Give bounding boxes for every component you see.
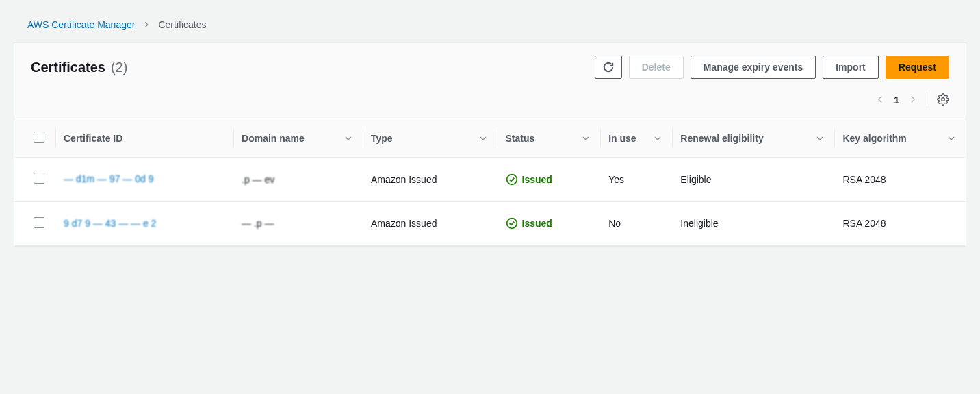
- status-badge: Issued: [506, 217, 593, 230]
- panel-header: Certificates (2) Delete Manage expiry ev…: [14, 43, 966, 87]
- page-number: 1: [894, 95, 899, 106]
- col-domain-name-label: Domain name: [242, 133, 305, 144]
- certificates-table: Certificate ID Domain name Type Status: [14, 119, 966, 245]
- key-algo-cell: RSA 2048: [834, 201, 966, 245]
- status-text: Issued: [522, 218, 552, 229]
- svg-point-0: [942, 97, 945, 101]
- manage-expiry-button[interactable]: Manage expiry events: [691, 56, 816, 79]
- select-all-header: [14, 119, 55, 158]
- renewal-cell: Eligible: [672, 158, 834, 202]
- renewal-cell: Ineligible: [672, 201, 834, 245]
- sort-icon: [654, 133, 661, 144]
- sort-icon: [345, 133, 352, 144]
- in-use-cell: Yes: [600, 158, 672, 202]
- col-in-use-label: In use: [608, 133, 636, 144]
- chevron-right-icon: [143, 19, 150, 30]
- select-all-checkbox[interactable]: [34, 132, 44, 143]
- action-bar: Delete Manage expiry events Import Reque…: [595, 56, 949, 79]
- col-renewal[interactable]: Renewal eligibility: [672, 119, 834, 158]
- page-title: Certificates: [31, 60, 105, 75]
- check-circle-icon: [506, 217, 518, 230]
- col-type-label: Type: [371, 133, 393, 144]
- col-status-label: Status: [506, 133, 535, 144]
- col-renewal-label: Renewal eligibility: [680, 133, 763, 144]
- delete-button[interactable]: Delete: [629, 56, 684, 79]
- col-key-algo[interactable]: Key algorithm: [834, 119, 966, 158]
- type-cell: Amazon Issued: [363, 201, 498, 245]
- check-circle-icon: [506, 173, 518, 186]
- breadcrumb: AWS Certificate Manager Certificates: [14, 14, 966, 42]
- certificate-id-link[interactable]: 9 d7 9 — 43 — — e 2: [64, 217, 173, 231]
- status-badge: Issued: [506, 173, 593, 186]
- certificates-panel: Certificates (2) Delete Manage expiry ev…: [14, 42, 966, 246]
- breadcrumb-root-link[interactable]: AWS Certificate Manager: [27, 19, 135, 30]
- col-type[interactable]: Type: [363, 119, 498, 158]
- table-row: — d1m — 97 — 0d 9 .p — ev Amazon Issued …: [14, 158, 966, 202]
- sort-icon: [816, 133, 823, 144]
- sort-icon: [948, 133, 955, 144]
- prev-page-button[interactable]: [876, 94, 884, 106]
- sort-icon: [582, 133, 589, 144]
- type-cell: Amazon Issued: [363, 158, 498, 202]
- in-use-cell: No: [600, 201, 672, 245]
- row-checkbox[interactable]: [34, 173, 44, 184]
- col-key-algo-label: Key algorithm: [842, 133, 906, 144]
- col-domain-name[interactable]: Domain name: [233, 119, 363, 158]
- key-algo-cell: RSA 2048: [834, 158, 966, 202]
- row-checkbox[interactable]: [34, 217, 44, 228]
- sort-icon: [480, 133, 487, 144]
- domain-name-cell: .p — ev: [242, 174, 274, 185]
- import-button[interactable]: Import: [823, 56, 879, 79]
- breadcrumb-current: Certificates: [158, 19, 206, 30]
- domain-name-cell: — .p —: [242, 218, 274, 229]
- col-certificate-id[interactable]: Certificate ID: [55, 119, 233, 158]
- col-in-use[interactable]: In use: [600, 119, 672, 158]
- refresh-button[interactable]: [595, 56, 622, 79]
- table-row: 9 d7 9 — 43 — — e 2 — .p — Amazon Issued…: [14, 201, 966, 245]
- status-text: Issued: [522, 174, 552, 185]
- pager: 1: [876, 94, 917, 106]
- row-count: (2): [111, 60, 127, 75]
- gear-icon[interactable]: [937, 93, 949, 108]
- col-status[interactable]: Status: [498, 119, 601, 158]
- col-certificate-id-label: Certificate ID: [64, 133, 122, 144]
- request-button[interactable]: Request: [886, 56, 949, 79]
- next-page-button[interactable]: [909, 94, 917, 106]
- divider: [927, 93, 927, 108]
- pager-row: 1: [14, 87, 966, 119]
- certificate-id-link[interactable]: — d1m — 97 — 0d 9: [64, 173, 173, 186]
